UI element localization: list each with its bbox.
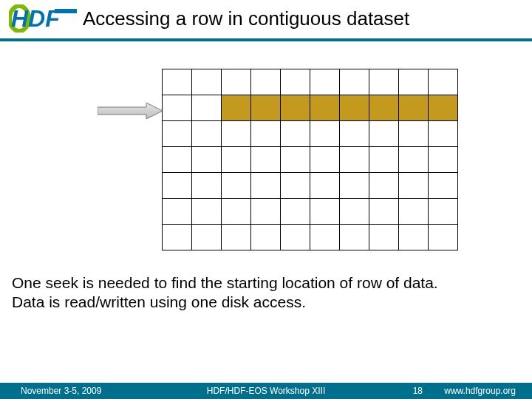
grid-cell <box>191 146 222 173</box>
grid-cell <box>339 172 369 199</box>
grid-cell <box>428 95 458 121</box>
grid-cell <box>339 120 369 147</box>
grid-cell <box>339 95 369 121</box>
grid-cell <box>398 224 429 250</box>
grid-cell <box>221 69 251 95</box>
grid-cell <box>191 198 222 225</box>
body-text: One seek is needed to find the starting … <box>12 273 520 313</box>
grid-cell <box>250 69 281 95</box>
svg-rect-2 <box>55 9 77 13</box>
grid-cell <box>250 95 281 121</box>
grid-cell <box>398 95 429 121</box>
grid-cell <box>398 198 429 225</box>
grid-cell <box>369 120 399 147</box>
grid-cell <box>162 146 192 173</box>
grid-cell <box>398 146 429 173</box>
hdf-logo-icon: HDF <box>9 4 77 35</box>
grid-cell <box>191 95 222 121</box>
dataset-grid <box>163 69 458 250</box>
grid-cell <box>339 198 369 225</box>
grid-cell <box>310 172 340 199</box>
svg-text:HDF: HDF <box>11 5 61 32</box>
grid-cell <box>250 224 281 250</box>
grid-cell <box>280 172 310 199</box>
grid-cell <box>250 146 281 173</box>
grid-cell <box>191 224 222 250</box>
grid-cell <box>221 146 251 173</box>
header-divider <box>0 38 532 41</box>
grid-cell <box>398 120 429 147</box>
slide-title: Accessing a row in contiguous dataset <box>83 7 409 30</box>
grid-cell <box>191 120 222 147</box>
grid-cell <box>310 120 340 147</box>
grid-cell <box>221 95 251 121</box>
grid-cell <box>339 146 369 173</box>
grid-cell <box>310 69 340 95</box>
grid-cell <box>280 120 310 147</box>
grid-cell <box>162 224 192 250</box>
body-line-2: Data is read/written using one disk acce… <box>12 293 520 312</box>
grid-cell <box>369 198 399 225</box>
grid-cell <box>369 224 399 250</box>
grid-cell <box>369 95 399 121</box>
grid-cell <box>398 172 429 199</box>
body-line-1: One seek is needed to find the starting … <box>12 273 520 293</box>
grid-cell <box>250 198 281 225</box>
grid-cell <box>162 95 192 121</box>
grid-cell <box>428 224 458 250</box>
grid-cell <box>250 172 281 199</box>
grid-cell <box>428 146 458 173</box>
grid-cell <box>191 69 222 95</box>
grid-cell <box>221 198 251 225</box>
grid-cell <box>310 95 340 121</box>
grid-cell <box>339 224 369 250</box>
footer-url: www.hdfgroup.org <box>444 386 516 396</box>
arrow-icon <box>98 103 163 122</box>
footer-page: 18 <box>413 386 423 396</box>
grid-cell <box>162 198 192 225</box>
grid-cell <box>310 198 340 225</box>
grid-cell <box>162 120 192 147</box>
grid-cell <box>280 198 310 225</box>
grid-cell <box>162 69 192 95</box>
grid-cell <box>250 120 281 147</box>
grid-cell <box>162 172 192 199</box>
grid-cell <box>280 95 310 121</box>
grid-cell <box>428 69 458 95</box>
grid-cell <box>221 120 251 147</box>
grid-cell <box>221 172 251 199</box>
grid-cell <box>280 224 310 250</box>
grid-cell <box>280 146 310 173</box>
grid-cell <box>339 69 369 95</box>
header: HDF Accessing a row in contiguous datase… <box>0 0 532 44</box>
footer: November 3-5, 2009 HDF/HDF-EOS Workshop … <box>0 383 532 399</box>
grid-cell <box>369 69 399 95</box>
grid-cell <box>428 172 458 199</box>
grid-cell <box>221 224 251 250</box>
slide: HDF Accessing a row in contiguous datase… <box>0 0 532 399</box>
svg-marker-3 <box>98 103 163 119</box>
grid-cell <box>191 172 222 199</box>
grid-cell <box>369 146 399 173</box>
grid-cell <box>280 69 310 95</box>
grid-cell <box>428 120 458 147</box>
grid-cell <box>428 198 458 225</box>
footer-date: November 3-5, 2009 <box>21 386 101 396</box>
grid-cell <box>310 224 340 250</box>
grid-cell <box>369 172 399 199</box>
grid-cell <box>310 146 340 173</box>
grid-cell <box>398 69 429 95</box>
